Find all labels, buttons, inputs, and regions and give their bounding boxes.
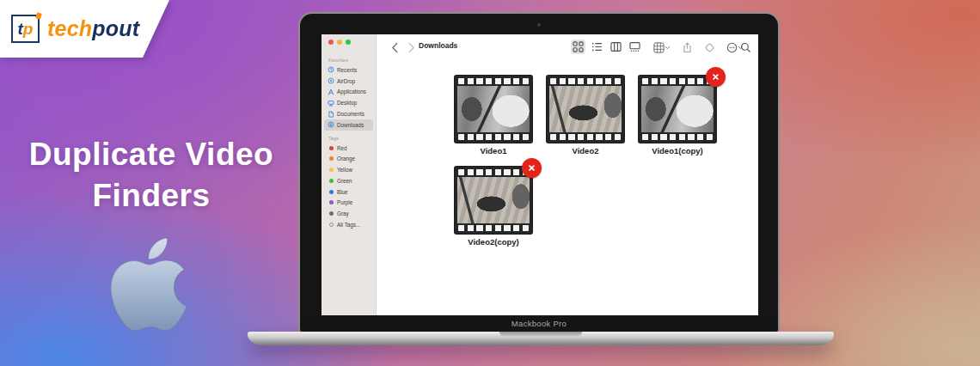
sidebar-item-label: Recents [337, 67, 357, 73]
finder-sidebar: Favorites Recents AirDrop Applications D… [322, 34, 377, 315]
brand-ribbon-wrap: tp techpout [0, 0, 169, 58]
sidebar-tag-label: All Tags... [337, 222, 360, 228]
traffic-lights [328, 40, 351, 45]
sidebar-tag-label: Green [337, 178, 352, 184]
files-grid: Video1 Video2 Video1(copy) [455, 76, 749, 247]
duplicate-x-badge[interactable] [706, 67, 726, 87]
sidebar-tag-label: Gray [337, 210, 349, 217]
video-thumbnail [455, 167, 532, 234]
techpout-wordmark[interactable]: techpout [47, 16, 139, 41]
film-holes-top [458, 169, 529, 175]
hero-title: Duplicate Video Finders [0, 134, 303, 217]
hero-title-line2: Finders [0, 175, 303, 217]
sidebar-tag-orange[interactable]: Orange [324, 153, 373, 164]
sidebar-item-recents[interactable]: Recents [324, 64, 373, 76]
close-window-button[interactable] [328, 40, 334, 45]
sidebar-item-airdrop[interactable]: AirDrop [324, 76, 373, 87]
sidebar-tags-list: Red Orange Yellow Green Blue [322, 143, 376, 230]
video-preview-image [549, 86, 622, 132]
forward-chevron-icon[interactable] [406, 40, 417, 55]
finder-toolbar: Downloads [377, 34, 758, 60]
tag-dot-icon [328, 222, 334, 229]
sidebar-tag-label: Orange [337, 156, 355, 162]
tag-dot-icon [328, 167, 334, 174]
video-preview-image [457, 86, 530, 132]
film-holes-top [642, 78, 713, 84]
sidebar-item-downloads[interactable]: Downloads [324, 119, 373, 131]
apple-logo-icon [111, 237, 187, 332]
film-holes-bottom [458, 225, 529, 231]
sidebar-tags-header: Tags [328, 136, 376, 141]
sidebar-item-applications[interactable]: Applications [324, 87, 373, 98]
downloads-icon [328, 121, 334, 128]
hero-title-line1: Duplicate Video [0, 134, 303, 175]
promo-banner: tp techpout Duplicate Video Finders [0, 0, 980, 366]
wordmark-pout: pout [92, 16, 139, 40]
file-name: Video1(copy) [652, 146, 702, 156]
duplicate-x-badge[interactable] [522, 158, 542, 178]
group-by-icon[interactable] [652, 40, 672, 55]
film-holes-bottom [550, 134, 621, 140]
macbook-base [248, 332, 834, 345]
file-name: Video2(copy) [468, 237, 518, 247]
sidebar-item-label: AirDrop [337, 78, 355, 84]
tag-dot-icon [328, 188, 334, 195]
back-chevron-icon[interactable] [389, 40, 401, 55]
view-columns-icon[interactable] [609, 40, 623, 54]
sidebar-tag-all-tags[interactable]: All Tags... [324, 219, 373, 230]
sidebar-item-desktop[interactable]: Desktop [324, 97, 373, 108]
video-preview-image [641, 86, 714, 132]
techpout-logo-box[interactable]: tp [11, 15, 40, 43]
file-name: Video1 [481, 146, 507, 156]
video-thumbnail [639, 76, 716, 143]
sidebar-item-label: Documents [337, 111, 364, 117]
file-item[interactable]: Video2 [547, 76, 624, 156]
sidebar-tag-yellow[interactable]: Yellow [324, 164, 373, 175]
sidebar-tag-green[interactable]: Green [324, 175, 373, 186]
file-item[interactable]: Video2(copy) [455, 167, 532, 247]
logo-letter-p: p [23, 21, 34, 37]
film-holes-top [458, 78, 529, 84]
airdrop-icon [328, 77, 334, 84]
file-item[interactable]: Video1(copy) [639, 76, 716, 156]
desktop-icon [328, 100, 334, 107]
macbook-screen: Favorites Recents AirDrop Applications D… [298, 12, 780, 333]
sidebar-tag-blue[interactable]: Blue [324, 186, 373, 198]
wordmark-tech: tech [47, 16, 92, 40]
sidebar-tag-gray[interactable]: Gray [324, 208, 373, 219]
sidebar-tag-label: Red [337, 145, 347, 151]
sidebar-item-documents[interactable]: Documents [324, 108, 373, 119]
minimize-window-button[interactable] [337, 40, 342, 45]
camera-dot-icon [537, 23, 541, 27]
sidebar-tag-label: Yellow [337, 167, 352, 173]
macbook-base-notch [499, 332, 582, 337]
applications-icon [328, 88, 334, 95]
view-grid-icon[interactable] [571, 40, 585, 54]
sidebar-item-label: Desktop [337, 100, 357, 106]
video-thumbnail [547, 76, 624, 143]
sidebar-tag-label: Purple [337, 199, 352, 205]
film-holes-bottom [458, 134, 529, 140]
tag-dot-icon [328, 199, 334, 206]
file-name: Video2 [573, 146, 599, 156]
film-holes-bottom [642, 134, 713, 140]
tag-dot-icon [328, 144, 334, 151]
file-item[interactable]: Video1 [455, 76, 532, 156]
sidebar-tag-label: Blue [337, 189, 348, 195]
view-gallery-icon[interactable] [628, 40, 642, 54]
documents-icon [328, 111, 334, 118]
tag-dot-icon [328, 177, 334, 184]
laptop-model-label: Mackbook Pro [300, 319, 778, 328]
brand-ribbon: tp techpout [0, 0, 169, 58]
finder-main: Downloads [377, 34, 758, 315]
share-icon[interactable] [680, 40, 695, 55]
sidebar-tag-red[interactable]: Red [324, 143, 373, 154]
sidebar-tag-purple[interactable]: Purple [324, 198, 373, 209]
video-preview-image [457, 177, 530, 223]
logo-accent-mark [35, 12, 42, 20]
tags-icon[interactable] [702, 40, 717, 55]
view-list-icon[interactable] [590, 40, 604, 54]
sidebar-item-label: Downloads [337, 122, 364, 128]
zoom-window-button[interactable] [346, 40, 351, 45]
search-icon[interactable] [738, 40, 753, 55]
